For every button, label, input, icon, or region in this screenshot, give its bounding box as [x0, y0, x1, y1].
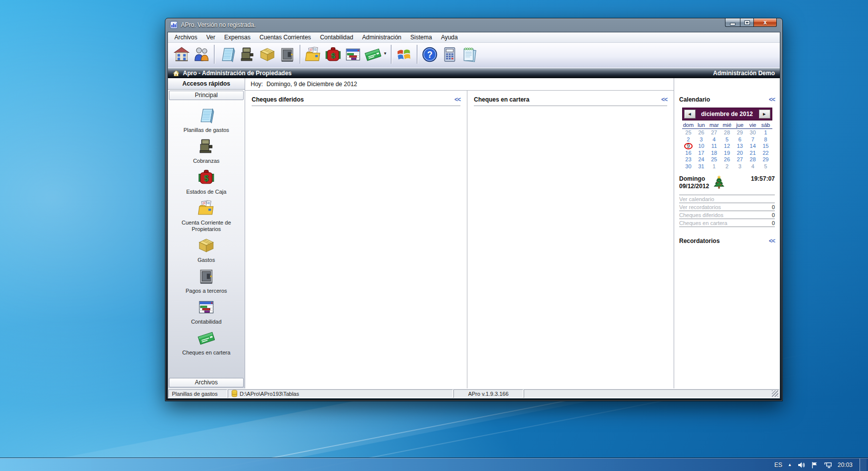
calendar-day[interactable]: 24: [695, 156, 708, 163]
maximize-button[interactable]: [740, 18, 754, 27]
windows-logo-button[interactable]: [394, 44, 414, 64]
title-bar[interactable]: APro. Versión no registrada.: [165, 18, 782, 31]
show-desktop-button[interactable]: [860, 459, 867, 471]
network-icon[interactable]: [824, 461, 832, 469]
safe-button[interactable]: [277, 44, 297, 64]
calendar-day[interactable]: 29: [733, 129, 746, 136]
calendar-day[interactable]: 22: [759, 150, 772, 157]
users-button[interactable]: [191, 44, 211, 64]
calendar-link-cheques-diferidos[interactable]: Cheques diferidos0: [679, 211, 775, 219]
calendar-day[interactable]: 1: [708, 163, 721, 170]
status-text: APro v.1.9.3.166: [468, 391, 508, 397]
menu-item-cuentas-corrientes[interactable]: Cuentas Corrientes: [255, 32, 315, 42]
calendar-day[interactable]: 7: [746, 136, 759, 143]
calendar-day[interactable]: 17: [695, 150, 708, 157]
calendar-day[interactable]: 6: [733, 136, 746, 143]
status-cell-2: APro v.1.9.3.166: [453, 389, 523, 398]
sidebar-item-gastos[interactable]: Gastos: [168, 235, 245, 265]
hidden-icons-button[interactable]: ▲: [788, 463, 792, 467]
sidebar-item-pagos-a-terceros[interactable]: Pagos a terceros: [168, 265, 245, 296]
calendar-day[interactable]: 26: [721, 156, 733, 163]
calculator-button[interactable]: [440, 44, 460, 64]
calendar-day[interactable]: 28: [721, 129, 733, 136]
calendar-day[interactable]: 8: [759, 136, 772, 143]
calendar-day[interactable]: 11: [708, 143, 721, 150]
calendar-day[interactable]: 28: [746, 156, 759, 163]
calendar-link-ver-calendario[interactable]: Ver calendario: [679, 195, 775, 203]
minimize-button[interactable]: [725, 18, 740, 27]
calendar-day[interactable]: 3: [733, 163, 746, 170]
collapse-button[interactable]: <<: [769, 237, 775, 244]
calendar-day[interactable]: 2: [682, 136, 695, 143]
resize-grip[interactable]: [772, 390, 778, 397]
calendar-day[interactable]: 5: [721, 136, 733, 143]
close-button[interactable]: x: [754, 18, 777, 27]
calendar-day[interactable]: 10: [695, 143, 708, 150]
menu-item-sistema[interactable]: Sistema: [406, 32, 436, 42]
calendar-day-today[interactable]: 9: [682, 143, 695, 150]
notepad-button[interactable]: [460, 44, 480, 64]
calendar-day[interactable]: 2: [721, 163, 733, 170]
action-center-icon[interactable]: [811, 461, 819, 469]
sidebar-item-contabilidad[interactable]: Contabilidad: [168, 296, 245, 327]
calendar-link-ver-recordatorios[interactable]: Ver recordatorios0: [679, 203, 775, 211]
sidebar-tab-principal[interactable]: Principal: [169, 91, 244, 100]
collapse-button[interactable]: <<: [769, 96, 775, 103]
cheque-button[interactable]: [363, 44, 383, 64]
cash-register-button[interactable]: [237, 44, 257, 64]
calendar-day[interactable]: 4: [746, 163, 759, 170]
calendar-day[interactable]: 25: [708, 156, 721, 163]
sidebar-tab-archivos[interactable]: Archivos: [169, 378, 244, 387]
calendar-day[interactable]: 3: [695, 136, 708, 143]
calendar-day[interactable]: 16: [682, 150, 695, 157]
prev-month-button[interactable]: ◄: [684, 110, 696, 118]
calendar-link-cheques-en-cartera[interactable]: Cheques en cartera0: [679, 219, 775, 227]
sidebar-item-estados-de-caja[interactable]: $Estados de Caja: [168, 166, 245, 197]
calendar-day[interactable]: 23: [682, 156, 695, 163]
help-button[interactable]: ?: [420, 44, 440, 64]
calendar-day[interactable]: 27: [708, 129, 721, 136]
dropdown-arrow-icon[interactable]: ▼: [383, 51, 387, 56]
calendar-day[interactable]: 14: [746, 143, 759, 150]
menu-item-contabilidad[interactable]: Contabilidad: [315, 32, 358, 42]
box-button[interactable]: [257, 44, 277, 64]
calendar-day[interactable]: 21: [746, 150, 759, 157]
sidebar-item-cheques-en-cartera[interactable]: Cheques en cartera: [168, 327, 245, 358]
sidebar-item-label: Estados de Caja: [170, 189, 243, 195]
calendar-day[interactable]: 31: [695, 163, 708, 170]
calendar-day[interactable]: 4: [708, 136, 721, 143]
sidebar-item-cobranzas[interactable]: Cobranzas: [168, 135, 245, 166]
building-button[interactable]: [171, 44, 191, 64]
calendar-day[interactable]: 13: [733, 143, 746, 150]
calendar-day[interactable]: 25: [682, 129, 695, 136]
calendar-day[interactable]: 29: [759, 156, 772, 163]
sidebar-item-planillas-de-gastos[interactable]: Planillas de gastos: [168, 105, 245, 135]
calendar-day[interactable]: 18: [708, 150, 721, 157]
calendar-day[interactable]: 20: [733, 150, 746, 157]
volume-icon[interactable]: [797, 461, 805, 469]
menu-item-ayuda[interactable]: Ayuda: [436, 32, 462, 42]
menu-item-expensas[interactable]: Expensas: [220, 32, 255, 42]
calendar-day[interactable]: 30: [746, 129, 759, 136]
calendar-day[interactable]: 30: [682, 163, 695, 170]
menu-item-archivos[interactable]: Archivos: [170, 32, 202, 42]
collapse-button[interactable]: <<: [454, 96, 460, 103]
calendar-day[interactable]: 27: [733, 156, 746, 163]
language-indicator[interactable]: ES: [774, 462, 782, 469]
menu-item-administracion[interactable]: Administración: [358, 32, 406, 42]
spreadsheet-button[interactable]: [343, 44, 363, 64]
calendar-day[interactable]: 5: [759, 163, 772, 170]
next-month-button[interactable]: ►: [759, 110, 770, 118]
menu-item-ver[interactable]: Ver: [202, 32, 220, 42]
sidebar-item-cuenta-corriente-de-propietarios[interactable]: Cuenta Corriente de Propietarios: [168, 197, 245, 235]
clock[interactable]: 20:03: [838, 462, 853, 469]
collapse-button[interactable]: <<: [661, 96, 667, 103]
calendar-day[interactable]: 15: [759, 143, 772, 150]
calendar-day[interactable]: 19: [721, 150, 733, 157]
money-bag-button[interactable]: $: [323, 44, 343, 64]
expense-sheet-button[interactable]: [217, 44, 237, 64]
folder-cards-button[interactable]: [303, 44, 323, 64]
calendar-day[interactable]: 12: [721, 143, 733, 150]
calendar-day[interactable]: 1: [759, 129, 772, 136]
calendar-day[interactable]: 26: [695, 129, 708, 136]
